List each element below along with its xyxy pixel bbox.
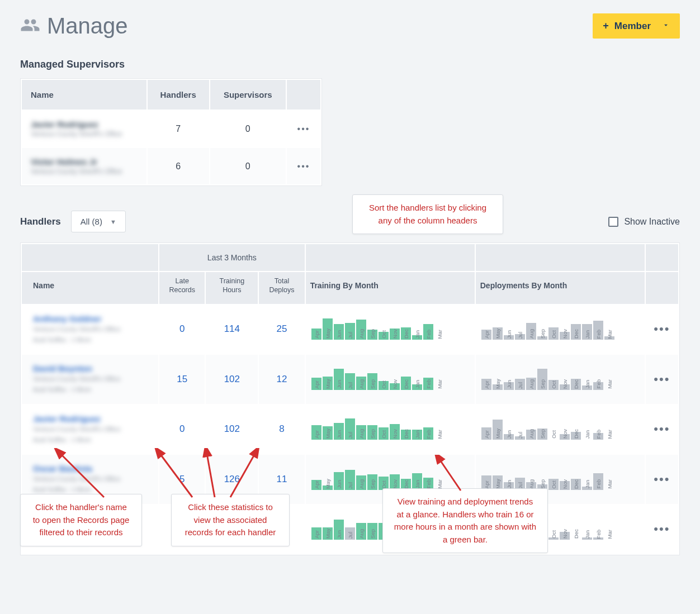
bar [560,481,570,490]
handler-name-link[interactable]: Javier Rodriguez [33,414,153,423]
total-deploys-link[interactable]: 12 [259,355,304,404]
training-hours-link[interactable]: 114 [206,305,258,354]
col-name[interactable]: Name [22,80,146,110]
handlers-count: 6 [148,148,209,184]
late-records-link[interactable]: 0 [159,305,205,354]
show-inactive-checkbox[interactable] [608,217,618,227]
bar-col: Apr [481,379,491,390]
bar-col: Aug [356,425,366,440]
late-records-link[interactable]: 15 [159,355,205,404]
bar [493,327,503,340]
bar-col: Nov [560,384,570,390]
bar [548,327,559,340]
bar [367,330,377,340]
bar [323,486,333,490]
bar-col: Apr [481,427,491,440]
bar-col: May [323,527,333,540]
table-row: Victor Holmes Jr Ventura County Sheriff'… [22,148,320,184]
bar [390,329,400,340]
supervisors-table: Name Handlers Supervisors Javier Rodrigu… [20,78,322,186]
bar [560,532,570,540]
bar-col: Feb [423,324,433,340]
handler-name-link[interactable]: Anthony Goldner [33,314,153,323]
bar [604,336,614,340]
bar-col: May [323,486,333,490]
bar-col: Dec [571,479,581,490]
bar [311,480,321,490]
bar-col: May [493,475,503,490]
row-actions-button[interactable]: ••• [646,505,678,554]
bar [323,377,333,390]
row-actions-button[interactable]: ••• [646,305,678,354]
bar [571,432,581,440]
col-handlers[interactable]: Handlers [148,80,209,110]
bar-col: Sep [367,373,377,390]
bar [481,427,491,440]
bar [504,382,514,390]
bar [323,426,333,440]
handler-name-link[interactable]: Oscar Bautista [33,464,153,473]
bar [582,324,592,340]
bar [423,324,433,340]
row-actions-button[interactable]: ••• [646,405,678,454]
bar [537,429,547,440]
total-deploys-link[interactable]: 25 [259,305,304,354]
bar-col: Aug [356,475,366,490]
hcol-deploys[interactable]: Total Deploys [259,272,304,304]
bar-col: Jan [582,487,592,490]
bar-col: Jul [515,379,525,390]
bar-col: Apr [311,425,321,440]
page-title: Manage [47,13,128,39]
bar [548,380,559,390]
bar [334,324,344,340]
mini-bar-chart: Apr May Jun Jul Aug Sep Oct Nov Dec Ja [311,418,469,440]
bar [311,329,321,340]
bar-col: Nov [390,424,400,440]
total-deploys-link[interactable]: 8 [259,405,304,454]
hcol-name[interactable]: Name [22,272,158,304]
bar [412,430,422,440]
bar [311,527,321,540]
bar-col: Oct [379,427,389,440]
bar-col: May [493,384,503,390]
bar [379,381,389,390]
bar [560,332,570,340]
add-member-button[interactable]: + Member [593,13,680,39]
row-actions-button[interactable]: ••• [287,148,320,184]
hcol-late[interactable]: Late Records [159,272,205,304]
mini-bar-chart: Apr May Jun Jul Aug Sep Oct Nov Dec Ja [481,318,639,340]
bar-col: Feb [593,537,603,540]
row-actions-button[interactable]: ••• [287,111,320,147]
bar-col: Jul [345,323,355,340]
mini-bar-chart: Apr May Jun Jul Aug Sep Oct Nov Dec Ja [481,369,639,390]
hcol-deploy-month[interactable]: Deployments By Month [476,272,645,304]
supervisor-name[interactable]: Javier Rodriguez [31,120,138,129]
bar [412,473,422,490]
supervisor-name[interactable]: Victor Holmes Jr [31,157,138,166]
training-hours-link[interactable]: 102 [206,355,258,404]
row-actions-button[interactable]: ••• [646,355,678,404]
handler-org: Ventura County Sheriff's Office [33,474,153,484]
bar [390,474,400,490]
mini-bar-chart: Apr May Jun Jul Aug Sep Oct Nov Dec Ja [311,318,469,340]
bar [345,470,355,490]
row-actions-button[interactable]: ••• [646,455,678,504]
bar [593,382,603,390]
bar-col: Mar [604,336,614,340]
bar [323,527,333,540]
bar-month-label: Mar [607,530,613,539]
late-records-link[interactable]: 0 [159,405,205,454]
bar-col: Jul [345,373,355,390]
training-hours-link[interactable]: 102 [206,405,258,454]
hcol-train-month[interactable]: Training By Month [306,272,475,304]
hcol-training[interactable]: Training Hours [206,272,258,304]
bar [548,537,559,540]
bar-col: Nov [390,383,400,390]
bar [356,320,366,340]
bar [345,323,355,340]
col-supervisors[interactable]: Supervisors [210,80,286,110]
supervisors-count: 0 [210,111,286,147]
bar-col: Nov [560,332,570,340]
handlers-filter-dropdown[interactable]: All (8) ▼ [71,211,126,232]
handler-name-link[interactable]: David Boynton [33,364,153,373]
